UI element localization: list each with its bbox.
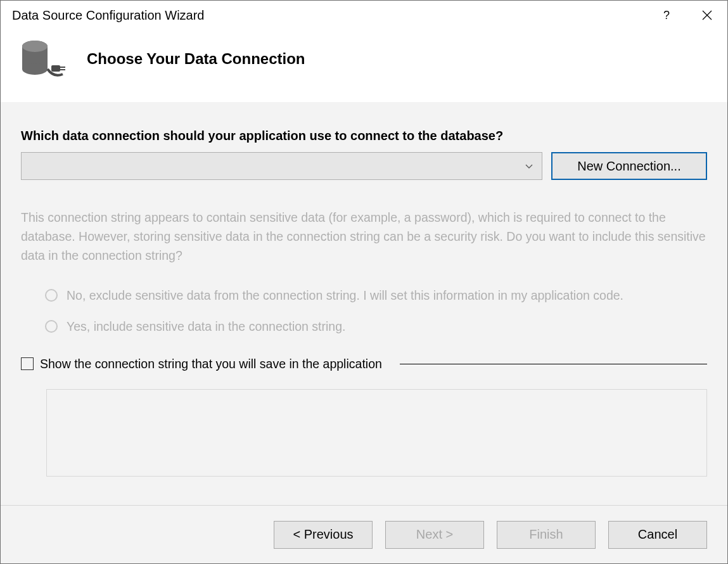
svg-rect-6	[51, 65, 60, 72]
radio-include-label: Yes, include sensitive data in the conne…	[67, 319, 345, 334]
new-connection-label: New Connection...	[577, 159, 680, 174]
wizard-content: Which data connection should your applic…	[1, 102, 727, 505]
previous-label: < Previous	[293, 527, 353, 542]
finish-button[interactable]: Finish	[497, 521, 596, 549]
connection-row: New Connection...	[21, 152, 707, 180]
database-plug-icon	[20, 39, 69, 79]
help-icon: ?	[663, 9, 670, 22]
svg-point-4	[22, 63, 48, 75]
window-title: Data Source Configuration Wizard	[12, 8, 204, 23]
cancel-label: Cancel	[638, 527, 677, 542]
sensitive-data-radio-group: No, exclude sensitive data from the conn…	[21, 288, 707, 350]
show-connection-string-label: Show the connection string that you will…	[40, 357, 382, 371]
sensitive-data-info: This connection string appears to contai…	[21, 208, 707, 266]
connection-question: Which data connection should your applic…	[21, 129, 707, 143]
new-connection-button[interactable]: New Connection...	[551, 152, 707, 180]
close-icon	[702, 10, 712, 20]
show-connection-string-row: Show the connection string that you will…	[21, 357, 707, 371]
radio-icon	[45, 289, 58, 302]
titlebar: Data Source Configuration Wizard ?	[1, 1, 727, 30]
radio-exclude-sensitive: No, exclude sensitive data from the conn…	[45, 288, 707, 303]
wizard-header: Choose Your Data Connection	[1, 30, 727, 102]
wizard-window: Data Source Configuration Wizard ?	[0, 0, 728, 564]
connection-string-textbox[interactable]	[46, 389, 707, 477]
wizard-footer: < Previous Next > Finish Cancel	[1, 505, 727, 563]
radio-include-sensitive: Yes, include sensitive data in the conne…	[45, 319, 707, 334]
radio-icon	[45, 320, 58, 333]
connection-dropdown[interactable]	[21, 152, 542, 180]
divider	[400, 364, 707, 364]
radio-exclude-label: No, exclude sensitive data from the conn…	[67, 288, 623, 303]
help-button[interactable]: ?	[646, 1, 687, 30]
show-connection-string-checkbox[interactable]	[21, 357, 34, 370]
cancel-button[interactable]: Cancel	[608, 521, 707, 549]
next-label: Next >	[416, 527, 453, 542]
chevron-down-icon	[525, 161, 533, 171]
finish-label: Finish	[529, 527, 563, 542]
previous-button[interactable]: < Previous	[274, 521, 373, 549]
close-button[interactable]	[687, 1, 727, 30]
svg-point-5	[22, 41, 48, 52]
wizard-step-title: Choose Your Data Connection	[87, 50, 305, 68]
next-button[interactable]: Next >	[385, 521, 484, 549]
